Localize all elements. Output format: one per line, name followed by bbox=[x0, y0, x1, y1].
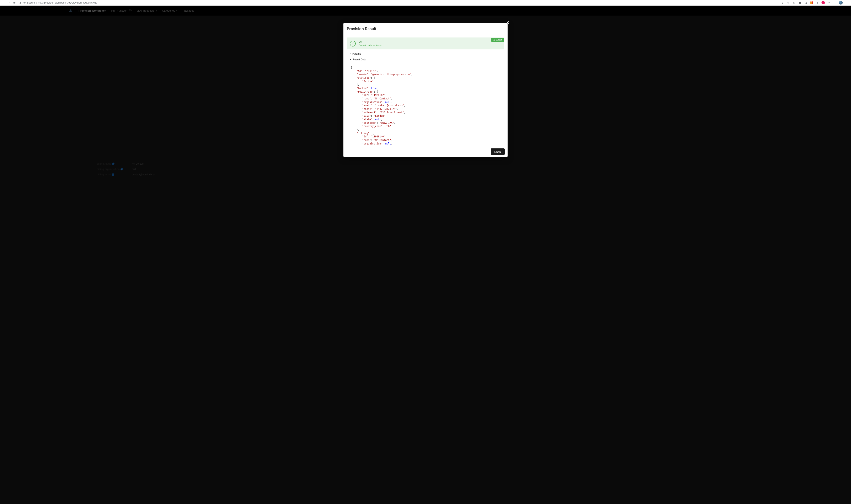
modal-overlay[interactable]: ✖ Provision Result ✓ Ok Domain info retr… bbox=[0, 6, 851, 504]
share-icon[interactable]: ⇪ bbox=[781, 1, 784, 4]
params-label: Params bbox=[352, 52, 361, 55]
status-box: ✓ Ok Domain info retrieved 2.929s bbox=[347, 38, 504, 49]
check-icon: ✓ bbox=[350, 41, 356, 47]
extensions-icon[interactable]: ✦ bbox=[827, 1, 831, 4]
browser-chrome: ← → ⟳ ▲ Not Secure | http://provision-wo… bbox=[0, 0, 851, 6]
modal-body[interactable]: ✓ Ok Domain info retrieved 2.929s Params… bbox=[344, 34, 507, 146]
panel-icon[interactable]: ▢ bbox=[833, 1, 836, 4]
extension-icon[interactable]: ◎ bbox=[793, 1, 796, 4]
result-json-code[interactable]: { "id": "714578", "domain": "generic-bil… bbox=[347, 63, 504, 146]
status-message: Domain info retrieved bbox=[359, 44, 382, 47]
power-icon[interactable]: ⏻ bbox=[804, 1, 807, 4]
forward-button[interactable]: → bbox=[7, 1, 11, 4]
status-text: Ok Domain info retrieved bbox=[359, 40, 382, 47]
address-bar[interactable]: ▲ Not Secure | http://provision-workbenc… bbox=[18, 1, 779, 4]
warning-icon: ▲ bbox=[19, 1, 22, 4]
reload-button[interactable]: ⟳ bbox=[13, 1, 16, 4]
profile-avatar[interactable] bbox=[839, 1, 843, 4]
bookmark-icon[interactable]: ☆ bbox=[786, 1, 790, 4]
modal-close-button[interactable]: ✖ bbox=[505, 21, 510, 25]
chevron-right-icon bbox=[350, 53, 351, 55]
result-data-label: Result Data bbox=[352, 58, 366, 61]
chevron-down-icon bbox=[350, 59, 351, 60]
params-disclosure[interactable]: Params bbox=[350, 52, 504, 55]
modal-header: Provision Result bbox=[344, 23, 507, 34]
timing-badge: 2.929s bbox=[491, 38, 504, 42]
timing-value: 2.929s bbox=[496, 39, 502, 41]
pink-ext-icon[interactable] bbox=[821, 1, 825, 4]
close-button[interactable]: Close bbox=[491, 148, 505, 155]
gift-icon[interactable]: 🎁 bbox=[810, 1, 813, 4]
menu-icon[interactable]: ⋮ bbox=[845, 1, 849, 4]
provision-result-modal: ✖ Provision Result ✓ Ok Domain info retr… bbox=[344, 23, 507, 157]
result-data-disclosure[interactable]: Result Data bbox=[350, 58, 504, 61]
clock-icon bbox=[493, 39, 495, 41]
modal-footer: Close bbox=[344, 146, 507, 157]
sync-icon[interactable]: ● bbox=[816, 1, 819, 4]
url-text: http://provision-workbench.loc/provision… bbox=[38, 1, 98, 4]
status-title: Ok bbox=[359, 40, 382, 43]
not-secure-label: Not Secure bbox=[22, 1, 35, 4]
not-secure-badge: ▲ Not Secure bbox=[19, 1, 35, 4]
shield-icon[interactable]: ⬢ bbox=[798, 1, 802, 4]
modal-title: Provision Result bbox=[347, 27, 504, 31]
addr-separator: | bbox=[36, 1, 37, 4]
chrome-toolbar-icons: ⇪ ☆ ◎ ⬢ ⏻ 🎁 ● ✦ ▢ ⋮ bbox=[781, 1, 849, 4]
back-button[interactable]: ← bbox=[2, 1, 5, 4]
